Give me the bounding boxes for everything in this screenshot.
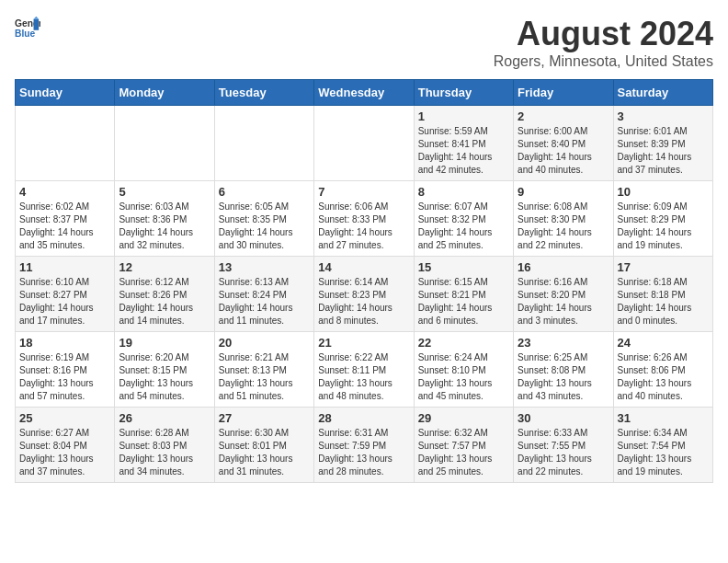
calendar-cell: 23Sunrise: 6:25 AM Sunset: 8:08 PM Dayli… [514,332,613,408]
day-number: 26 [119,411,210,425]
header-saturday: Saturday [613,80,712,106]
day-number: 13 [219,260,310,274]
page-header: General Blue August 2024 Rogers, Minneso… [15,15,713,70]
day-info: Sunrise: 6:01 AM Sunset: 8:39 PM Dayligh… [618,125,709,177]
day-number: 27 [219,411,310,425]
calendar-cell: 4Sunrise: 6:02 AM Sunset: 8:37 PM Daylig… [16,181,115,257]
day-info: Sunrise: 6:30 AM Sunset: 8:01 PM Dayligh… [219,427,310,478]
day-number: 4 [19,185,110,199]
calendar-week-row: 4Sunrise: 6:02 AM Sunset: 8:37 PM Daylig… [16,181,713,257]
calendar-cell: 25Sunrise: 6:27 AM Sunset: 8:04 PM Dayli… [16,408,115,483]
calendar-cell: 14Sunrise: 6:14 AM Sunset: 8:23 PM Dayli… [314,257,414,332]
calendar-header-row: SundayMondayTuesdayWednesdayThursdayFrid… [16,80,713,106]
day-number: 30 [518,411,609,425]
calendar-cell [314,106,414,181]
day-info: Sunrise: 6:09 AM Sunset: 8:29 PM Dayligh… [618,201,709,252]
calendar-cell [214,106,313,181]
calendar-cell: 13Sunrise: 6:13 AM Sunset: 8:24 PM Dayli… [214,257,313,332]
calendar-cell: 15Sunrise: 6:15 AM Sunset: 8:21 PM Dayli… [414,257,513,332]
day-info: Sunrise: 6:27 AM Sunset: 8:04 PM Dayligh… [19,427,110,478]
day-info: Sunrise: 6:34 AM Sunset: 7:54 PM Dayligh… [618,427,709,478]
day-number: 7 [318,185,409,199]
header-sunday: Sunday [16,80,115,106]
calendar-cell: 1Sunrise: 5:59 AM Sunset: 8:41 PM Daylig… [414,106,513,181]
day-info: Sunrise: 6:06 AM Sunset: 8:33 PM Dayligh… [318,201,409,252]
day-number: 15 [418,260,509,274]
header-tuesday: Tuesday [214,80,313,106]
day-info: Sunrise: 6:08 AM Sunset: 8:30 PM Dayligh… [518,201,609,252]
day-number: 22 [418,336,509,350]
day-number: 20 [219,336,310,350]
calendar-cell: 12Sunrise: 6:12 AM Sunset: 8:26 PM Dayli… [115,257,214,332]
main-title: August 2024 [494,15,713,53]
day-number: 25 [19,411,110,425]
calendar-table: SundayMondayTuesdayWednesdayThursdayFrid… [15,79,713,483]
day-info: Sunrise: 6:24 AM Sunset: 8:10 PM Dayligh… [418,351,509,403]
calendar-cell [115,106,214,181]
calendar-cell: 8Sunrise: 6:07 AM Sunset: 8:32 PM Daylig… [414,181,513,257]
day-number: 1 [418,109,509,123]
day-number: 3 [618,109,709,123]
day-info: Sunrise: 6:12 AM Sunset: 8:26 PM Dayligh… [119,276,210,327]
day-number: 8 [418,185,509,199]
title-area: August 2024 Rogers, Minnesota, United St… [494,15,713,70]
calendar-cell: 29Sunrise: 6:32 AM Sunset: 7:57 PM Dayli… [414,408,513,483]
day-number: 28 [318,411,409,425]
calendar-cell: 16Sunrise: 6:16 AM Sunset: 8:20 PM Dayli… [514,257,613,332]
day-number: 31 [618,411,709,425]
calendar-cell: 30Sunrise: 6:33 AM Sunset: 7:55 PM Dayli… [514,408,613,483]
day-number: 10 [618,185,709,199]
calendar-cell: 9Sunrise: 6:08 AM Sunset: 8:30 PM Daylig… [514,181,613,257]
day-info: Sunrise: 6:02 AM Sunset: 8:37 PM Dayligh… [19,201,110,252]
day-number: 6 [219,185,310,199]
calendar-cell: 28Sunrise: 6:31 AM Sunset: 7:59 PM Dayli… [314,408,414,483]
calendar-cell: 10Sunrise: 6:09 AM Sunset: 8:29 PM Dayli… [613,181,712,257]
calendar-cell: 2Sunrise: 6:00 AM Sunset: 8:40 PM Daylig… [514,106,613,181]
day-info: Sunrise: 6:03 AM Sunset: 8:36 PM Dayligh… [119,201,210,252]
header-friday: Friday [514,80,613,106]
day-number: 2 [518,109,609,123]
calendar-cell: 26Sunrise: 6:28 AM Sunset: 8:03 PM Dayli… [115,408,214,483]
day-info: Sunrise: 6:10 AM Sunset: 8:27 PM Dayligh… [19,276,110,327]
day-number: 11 [19,260,110,274]
day-info: Sunrise: 6:32 AM Sunset: 7:57 PM Dayligh… [418,427,509,478]
day-info: Sunrise: 6:15 AM Sunset: 8:21 PM Dayligh… [418,276,509,327]
day-number: 12 [119,260,210,274]
day-info: Sunrise: 5:59 AM Sunset: 8:41 PM Dayligh… [418,125,509,177]
day-info: Sunrise: 6:28 AM Sunset: 8:03 PM Dayligh… [119,427,210,478]
calendar-cell [16,106,115,181]
calendar-cell: 22Sunrise: 6:24 AM Sunset: 8:10 PM Dayli… [414,332,513,408]
day-info: Sunrise: 6:26 AM Sunset: 8:06 PM Dayligh… [618,351,709,403]
calendar-cell: 6Sunrise: 6:05 AM Sunset: 8:35 PM Daylig… [214,181,313,257]
day-number: 17 [618,260,709,274]
day-info: Sunrise: 6:33 AM Sunset: 7:55 PM Dayligh… [518,427,609,478]
header-wednesday: Wednesday [314,80,414,106]
calendar-cell: 7Sunrise: 6:06 AM Sunset: 8:33 PM Daylig… [314,181,414,257]
day-number: 24 [618,336,709,350]
calendar-cell: 31Sunrise: 6:34 AM Sunset: 7:54 PM Dayli… [613,408,712,483]
calendar-cell: 3Sunrise: 6:01 AM Sunset: 8:39 PM Daylig… [613,106,712,181]
day-number: 23 [518,336,609,350]
calendar-cell: 21Sunrise: 6:22 AM Sunset: 8:11 PM Dayli… [314,332,414,408]
day-number: 21 [318,336,409,350]
calendar-cell: 11Sunrise: 6:10 AM Sunset: 8:27 PM Dayli… [16,257,115,332]
day-info: Sunrise: 6:18 AM Sunset: 8:18 PM Dayligh… [618,276,709,327]
day-info: Sunrise: 6:00 AM Sunset: 8:40 PM Dayligh… [518,125,609,177]
calendar-cell: 5Sunrise: 6:03 AM Sunset: 8:36 PM Daylig… [115,181,214,257]
calendar-week-row: 1Sunrise: 5:59 AM Sunset: 8:41 PM Daylig… [16,106,713,181]
calendar-cell: 17Sunrise: 6:18 AM Sunset: 8:18 PM Dayli… [613,257,712,332]
calendar-cell: 24Sunrise: 6:26 AM Sunset: 8:06 PM Dayli… [613,332,712,408]
header-monday: Monday [115,80,214,106]
day-info: Sunrise: 6:31 AM Sunset: 7:59 PM Dayligh… [318,427,409,478]
header-thursday: Thursday [414,80,513,106]
calendar-cell: 18Sunrise: 6:19 AM Sunset: 8:16 PM Dayli… [16,332,115,408]
day-info: Sunrise: 6:20 AM Sunset: 8:15 PM Dayligh… [119,351,210,403]
subtitle: Rogers, Minnesota, United States [494,53,713,70]
svg-text:Blue: Blue [15,29,36,39]
day-info: Sunrise: 6:13 AM Sunset: 8:24 PM Dayligh… [219,276,310,327]
day-info: Sunrise: 6:25 AM Sunset: 8:08 PM Dayligh… [518,351,609,403]
day-number: 19 [119,336,210,350]
day-info: Sunrise: 6:22 AM Sunset: 8:11 PM Dayligh… [318,351,409,403]
day-number: 5 [119,185,210,199]
logo-icon: General Blue [15,15,40,40]
